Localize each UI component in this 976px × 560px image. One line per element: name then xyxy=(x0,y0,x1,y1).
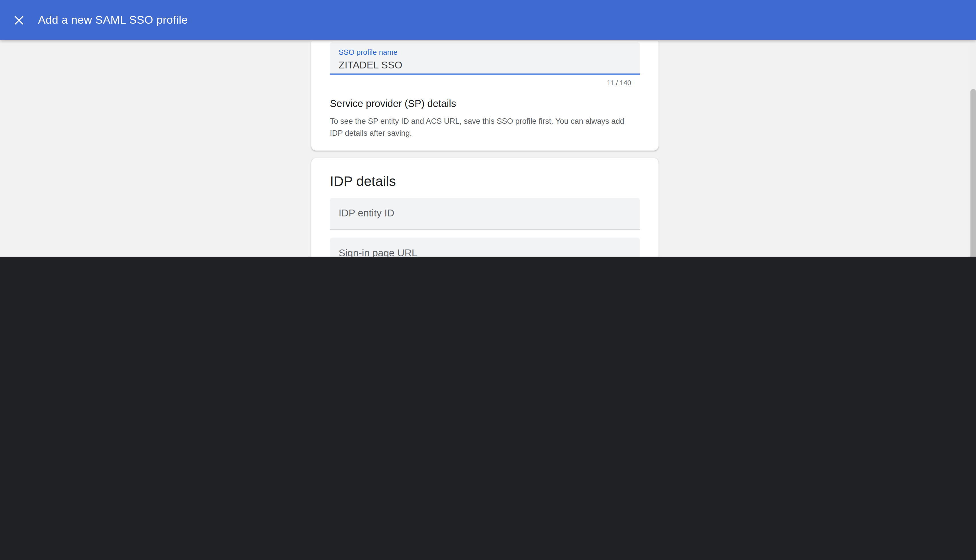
sso-profile-name-input[interactable] xyxy=(339,59,631,71)
sso-profile-name-field[interactable]: SSO profile name xyxy=(330,42,640,74)
idp-entity-id-field[interactable] xyxy=(330,198,640,230)
char-counter: 11 / 140 xyxy=(330,79,640,87)
sign-in-url-field[interactable] xyxy=(330,238,640,257)
profile-card: SSO profile name 11 / 140 Service provid… xyxy=(311,41,658,150)
idp-entity-id-group xyxy=(330,198,640,230)
sp-details-heading: Service provider (SP) details xyxy=(330,98,640,109)
sp-details-description: To see the SP entity ID and ACS URL, sav… xyxy=(330,115,640,139)
close-icon xyxy=(14,15,23,25)
sign-in-url-input[interactable] xyxy=(330,238,640,257)
dialog-header: Add a new SAML SSO profile xyxy=(0,0,976,40)
dialog-body: SSO profile name 11 / 140 Service provid… xyxy=(0,40,970,257)
idp-details-heading: IDP details xyxy=(330,173,640,190)
sign-in-url-group: Must be a valid URL (for example, https:… xyxy=(330,238,640,257)
close-button[interactable] xyxy=(9,10,29,30)
scrollbar-track[interactable] xyxy=(970,40,976,257)
idp-card: IDP details Must be a valid URL (for exa… xyxy=(311,158,658,257)
scrollbar-thumb[interactable] xyxy=(970,89,976,257)
saml-sso-dialog: Add a new SAML SSO profile SSO profile n… xyxy=(0,0,976,257)
dialog-title: Add a new SAML SSO profile xyxy=(38,13,188,27)
idp-entity-id-input[interactable] xyxy=(330,198,640,229)
sso-profile-name-label: SSO profile name xyxy=(339,48,631,57)
